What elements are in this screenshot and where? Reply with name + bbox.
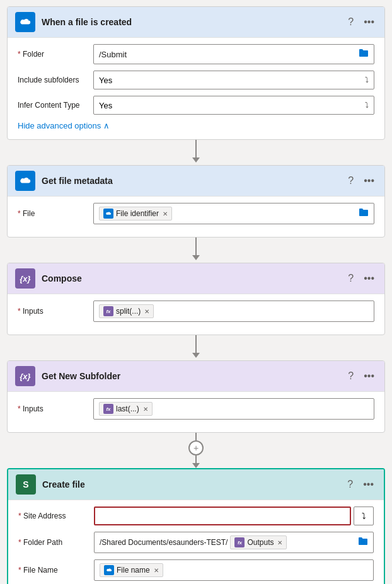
field-row-file: File File identifier ✕ <box>18 203 374 224</box>
more-button-metadata[interactable]: ••• <box>361 174 377 188</box>
field-row-folder-path: Folder Path /Shared Documents/esaunders-… <box>18 532 374 553</box>
folder-browse-icon[interactable] <box>359 48 369 60</box>
last-close[interactable]: ✕ <box>143 406 148 413</box>
card-get-file-metadata: Get file metadata ? ••• File File identi <box>7 165 385 238</box>
chip-cloud-icon-filename <box>104 565 114 575</box>
card-create-file: S Create file ? ••• Site Address ⤵ <box>7 468 385 584</box>
folder-value: /Submit <box>99 50 355 59</box>
flow-container: When a file is created ? ••• Folder /Sub… <box>6 6 386 584</box>
card-body-metadata: File File identifier ✕ <box>8 197 384 237</box>
file-input[interactable]: File identifier ✕ <box>93 203 374 224</box>
help-button-create[interactable]: ? <box>345 478 355 491</box>
connector-arrow-1 <box>192 140 200 165</box>
field-row-content-type: Infer Content Type Yes ⤵ <box>18 96 374 115</box>
title-compose: Compose <box>42 273 339 283</box>
content-type-dropdown[interactable]: Yes ⤵ <box>93 96 374 115</box>
site-address-dropdown-btn[interactable]: ⤵ <box>354 507 374 525</box>
hide-advanced-options[interactable]: Hide advanced options ∧ <box>18 121 374 130</box>
chip-fx-icon-outputs: fx <box>234 537 245 547</box>
connector-line-1 <box>195 140 197 157</box>
header-actions-when: ? ••• <box>345 15 377 29</box>
last-text: last(...) <box>116 404 139 413</box>
folder-path-content: /Shared Documents/esaunders-TEST/ fx Out… <box>100 535 354 549</box>
header-actions-subfolder: ? ••• <box>345 369 377 383</box>
card-body-subfolder: Inputs fx last(...) ✕ <box>8 392 384 432</box>
help-button-compose[interactable]: ? <box>345 272 356 285</box>
folder-path-input[interactable]: /Shared Documents/esaunders-TEST/ fx Out… <box>94 532 374 553</box>
split-close[interactable]: ✕ <box>144 308 149 315</box>
card-header-metadata: Get file metadata ? ••• <box>8 166 384 197</box>
card-body-create: Site Address ⤵ Folder Path /Shared Docum… <box>8 500 384 584</box>
file-name-label: File Name <box>18 566 88 575</box>
card-header-subfolder: {x} Get New Subfolder ? ••• <box>8 361 384 392</box>
arrow-down-2 <box>192 255 200 260</box>
inputs-input-compose[interactable]: fx split(...) ✕ <box>93 301 374 322</box>
outputs-text: Outputs <box>247 538 274 547</box>
field-row-inputs-subfolder: Inputs fx last(...) ✕ <box>18 398 374 420</box>
title-metadata: Get file metadata <box>42 176 339 186</box>
content-type-value: Yes <box>99 101 112 110</box>
more-button-compose[interactable]: ••• <box>361 272 377 285</box>
cloud-icon-metadata <box>15 171 35 191</box>
file-identifier-chip: File identifier ✕ <box>99 207 172 220</box>
arrow-down-1 <box>192 157 200 163</box>
folder-path-text: /Shared Documents/esaunders-TEST/ <box>100 538 228 547</box>
file-label: File <box>18 209 87 218</box>
title-subfolder: Get New Subfolder <box>42 371 339 381</box>
connector-line-top-plus <box>195 433 197 440</box>
subfolders-label: Include subfolders <box>18 76 87 84</box>
subfolders-dropdown[interactable]: Yes ⤵ <box>93 71 374 89</box>
folder-input[interactable]: /Submit <box>93 44 374 64</box>
connector-arrow-2 <box>192 238 200 263</box>
arrow-down-3 <box>192 353 200 358</box>
subfolders-value: Yes <box>99 76 112 85</box>
help-button-when[interactable]: ? <box>345 15 356 29</box>
content-type-chevron: ⤵ <box>365 101 369 110</box>
card-compose: {x} Compose ? ••• Inputs fx split(...) ✕ <box>7 263 385 335</box>
title-when-file-created: When a file is created <box>42 17 339 27</box>
card-body-when: Folder /Submit Include subfolders Yes ⤵ <box>8 38 384 139</box>
chip-fx-icon-split: fx <box>103 306 113 316</box>
connector-line-2 <box>195 238 197 255</box>
site-address-input[interactable] <box>94 507 351 525</box>
card-get-new-subfolder: {x} Get New Subfolder ? ••• Inputs fx la… <box>7 360 385 433</box>
help-button-metadata[interactable]: ? <box>345 174 356 188</box>
inputs-input-subfolder[interactable]: fx last(...) ✕ <box>93 398 374 420</box>
file-identifier-text: File identifier <box>116 209 159 218</box>
file-name-input[interactable]: File name ✕ <box>94 559 374 581</box>
inputs-label-compose: Inputs <box>18 307 87 316</box>
header-actions-compose: ? ••• <box>345 272 377 285</box>
arrow-down-plus <box>192 463 200 468</box>
folder-path-browse-icon[interactable] <box>358 536 368 549</box>
file-identifier-close[interactable]: ✕ <box>163 210 168 217</box>
more-button-subfolder[interactable]: ••• <box>361 369 377 383</box>
field-row-file-name: File Name File name ✕ <box>18 559 374 581</box>
folder-label: Folder <box>18 50 87 59</box>
more-button-when[interactable]: ••• <box>361 15 377 29</box>
field-row-site-address: Site Address ⤵ <box>18 507 374 525</box>
site-address-chevron: ⤵ <box>362 512 366 521</box>
split-text: split(...) <box>116 307 141 316</box>
connector-arrow-3 <box>192 335 200 360</box>
header-actions-metadata: ? ••• <box>345 174 377 188</box>
title-create-file: Create file <box>42 479 338 490</box>
connector-line-bottom-plus <box>195 455 197 463</box>
card-body-compose: Inputs fx split(...) ✕ <box>8 294 384 335</box>
fx-icon-subfolder: {x} <box>15 366 35 386</box>
more-button-create[interactable]: ••• <box>360 478 376 491</box>
help-button-subfolder[interactable]: ? <box>345 369 356 383</box>
field-row-folder: Folder /Submit <box>18 44 374 64</box>
content-type-label: Infer Content Type <box>18 101 87 110</box>
plus-button[interactable]: + <box>188 440 204 455</box>
file-name-close[interactable]: ✕ <box>154 567 159 574</box>
inputs-label-subfolder: Inputs <box>18 404 87 413</box>
outputs-close[interactable]: ✕ <box>277 539 282 546</box>
chip-cloud-icon <box>103 209 113 219</box>
last-chip: fx last(...) ✕ <box>99 402 153 416</box>
header-actions-create: ? ••• <box>345 478 376 491</box>
file-browse-icon[interactable] <box>359 207 369 220</box>
field-row-inputs-compose: Inputs fx split(...) ✕ <box>18 301 374 322</box>
card-header-when-file-created: When a file is created ? ••• <box>8 7 384 38</box>
folder-path-label: Folder Path <box>18 538 88 547</box>
sharepoint-icon-create: S <box>16 474 36 495</box>
